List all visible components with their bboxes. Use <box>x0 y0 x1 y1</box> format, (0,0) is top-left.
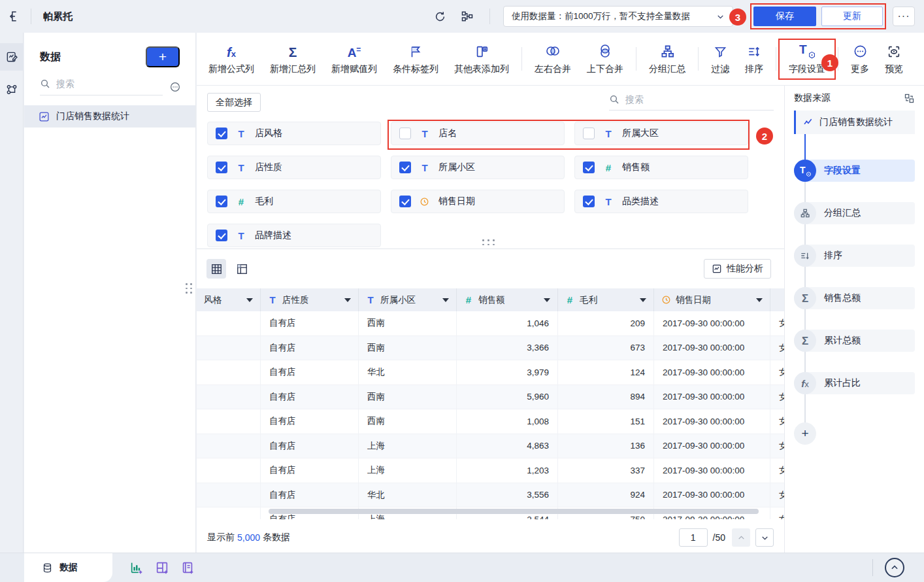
checkbox-unchecked[interactable] <box>399 128 411 139</box>
checkbox-checked[interactable] <box>399 162 411 173</box>
checkbox-checked[interactable] <box>583 196 595 207</box>
exit-icon[interactable] <box>8 10 22 23</box>
sidebar-header: 数据 + <box>24 33 195 67</box>
flow-step-cumulative-total[interactable]: Σ 累计总额 <box>794 330 915 352</box>
flow-step-field-settings[interactable]: T 字段设置 <box>794 160 915 182</box>
checkbox-checked[interactable] <box>216 162 227 173</box>
pipeline-icon[interactable] <box>0 76 24 103</box>
chevron-down-icon <box>761 534 769 542</box>
transpose-view-icon[interactable] <box>232 259 252 279</box>
sidebar-search-input[interactable] <box>56 78 128 89</box>
edit-toolbar: fx 新增公式列 Σ 新增汇总列 A= 新增赋值列 条件标签列 其他表添加列 <box>197 33 924 85</box>
update-button[interactable]: 更新 <box>821 7 883 26</box>
field-chip-region[interactable]: T 所属大区 <box>574 122 748 145</box>
column-header-partial[interactable] <box>770 288 784 311</box>
branch-icon[interactable] <box>461 10 474 23</box>
collapse-panel-button[interactable] <box>885 558 904 577</box>
refresh-icon[interactable] <box>434 10 446 23</box>
toolbar-item-sort[interactable]: 排序 <box>737 37 771 81</box>
toolbar-item-preview[interactable]: 预览 <box>877 37 911 81</box>
field-settings-icon: T <box>799 43 816 59</box>
checkbox-checked[interactable] <box>583 162 595 173</box>
add-dashboard-icon[interactable] <box>155 560 169 575</box>
flow-step-cumulative-ratio[interactable]: fx 累计占比 <box>794 372 915 394</box>
horizontal-scrollbar[interactable] <box>269 509 759 514</box>
merge-horizontal-icon <box>545 43 561 59</box>
column-header-subregion[interactable]: T 所属小区 <box>359 288 457 311</box>
performance-analysis-button[interactable]: 性能分析 <box>704 259 771 279</box>
field-chip-sales[interactable]: # 销售额 <box>574 156 748 179</box>
checkbox-checked[interactable] <box>399 196 411 207</box>
page-up-button[interactable] <box>732 528 750 547</box>
number-type-icon: # <box>464 294 473 305</box>
page-total: /50 <box>713 532 725 543</box>
divider <box>698 47 699 71</box>
field-chip-store-name[interactable]: T 店名 <box>391 122 565 145</box>
column-header-sale-date[interactable]: 销售日期 <box>654 288 770 311</box>
field-search-input[interactable] <box>625 94 774 105</box>
number-type-icon: # <box>603 162 614 173</box>
text-type-icon: T <box>236 230 246 241</box>
column-header-style[interactable]: 风格 <box>197 288 261 311</box>
flow-step-sales-total[interactable]: Σ 销售总额 <box>794 287 915 309</box>
sort-icon <box>747 43 761 59</box>
field-chip-brand-desc[interactable]: T 品牌描述 <box>207 224 381 247</box>
more-actions-button[interactable]: ··· <box>893 7 915 26</box>
page-down-button[interactable] <box>755 528 774 547</box>
field-chip-profit[interactable]: # 毛利 <box>207 190 381 213</box>
toolbar-item-condition-label-column[interactable]: 条件标签列 <box>385 37 446 81</box>
annotation-box-save-update: 保存 更新 <box>750 3 886 29</box>
tab-data[interactable]: 数据 <box>24 553 112 582</box>
toolbar-item-more[interactable]: 更多 <box>843 37 877 81</box>
checkbox-checked[interactable] <box>216 230 227 241</box>
table-footer: 显示前 5,000 条数据 /50 <box>197 522 784 553</box>
field-chip-subregion[interactable]: T 所属小区 <box>391 156 565 179</box>
field-chip-sale-date[interactable]: 销售日期 <box>391 190 565 213</box>
field-chip-category-desc[interactable]: T 品类描述 <box>574 190 748 213</box>
toolbar-item-sum-column[interactable]: Σ 新增汇总列 <box>262 37 323 81</box>
save-button[interactable]: 保存 <box>753 7 816 26</box>
toolbar-item-group-aggregate[interactable]: 分组汇总 <box>641 37 693 81</box>
annotation-badge-2: 2 <box>756 128 773 145</box>
toolbar-item-merge-horizontal[interactable]: 左右合并 <box>527 37 579 81</box>
sort-caret-icon <box>544 298 550 302</box>
field-chip-store-style[interactable]: T 店风格 <box>207 122 381 145</box>
field-chip-store-nature[interactable]: T 店性质 <box>207 156 381 179</box>
grid-view-icon[interactable] <box>206 259 226 279</box>
flow-source-node[interactable]: 门店销售数据统计 <box>794 111 915 134</box>
checkbox-unchecked[interactable] <box>583 128 595 139</box>
add-report-icon[interactable] <box>180 560 195 575</box>
swap-source-icon[interactable] <box>904 93 915 104</box>
table-row: 自有店华北3,9791242017-09-30 00:00:00女 <box>197 360 784 385</box>
search-options-icon[interactable] <box>169 81 181 93</box>
table-header-row: 风格 T 店性质 T 所属小区 # 销售额 # 毛利 <box>197 288 784 311</box>
panel-resize-handle-vertical[interactable] <box>186 283 193 294</box>
select-all-button[interactable]: 全部选择 <box>207 93 261 112</box>
add-chart-icon[interactable] <box>129 560 144 575</box>
sidebar-item-dataset[interactable]: 门店销售数据统计 <box>24 105 195 128</box>
flow-step-sort[interactable]: 排序 <box>794 245 915 267</box>
data-usage-dropdown[interactable]: 使用数据量：前1000万行，暂不支持全量数据 <box>503 6 733 27</box>
checkbox-checked[interactable] <box>216 128 227 139</box>
sort-caret-icon <box>756 298 763 302</box>
column-header-store-nature[interactable]: T 店性质 <box>261 288 359 311</box>
toolbar-item-filter[interactable]: 过滤 <box>703 37 737 81</box>
page-number-input[interactable] <box>679 528 708 547</box>
sort-caret-icon <box>640 298 646 302</box>
column-header-sales[interactable]: # 销售额 <box>457 288 558 311</box>
checkbox-checked[interactable] <box>216 196 227 207</box>
column-header-profit[interactable]: # 毛利 <box>558 288 654 311</box>
data-prep-icon[interactable] <box>0 43 24 71</box>
toolbar-item-formula-column[interactable]: fx 新增公式列 <box>201 37 262 81</box>
toolbar-item-merge-vertical[interactable]: 上下合并 <box>579 37 631 81</box>
panel-resize-handle[interactable] <box>482 239 496 245</box>
toolbar-item-assign-column[interactable]: A= 新增赋值列 <box>323 37 385 81</box>
divider <box>636 47 636 71</box>
field-grid: T 店风格 T 店名 T 所属大区 T 店性质 T 所属小区 <box>197 112 784 247</box>
sidebar-item-label: 门店销售数据统计 <box>56 111 129 122</box>
add-step-button[interactable]: + <box>794 422 816 445</box>
flow-step-group-aggregate[interactable]: 分组汇总 <box>794 202 915 224</box>
add-dataset-button[interactable]: + <box>146 46 180 67</box>
toolbar-item-other-table-column[interactable]: 其他表添加列 <box>446 37 517 81</box>
chevron-up-icon <box>737 534 746 542</box>
